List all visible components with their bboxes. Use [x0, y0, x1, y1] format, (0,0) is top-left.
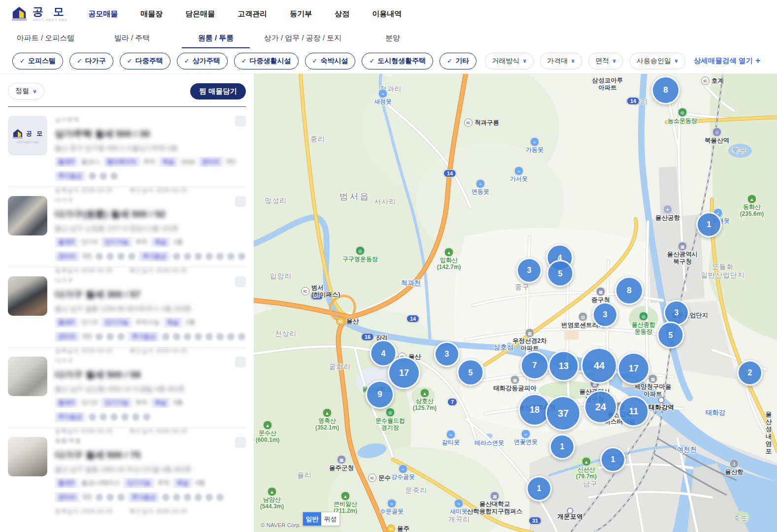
map-poi-label-태화강동굴피아: 태화강동굴피아	[493, 385, 537, 392]
listing-checkbox[interactable]	[235, 196, 246, 207]
nav-item-공모매물[interactable]: 공모매물	[88, 9, 118, 19]
map-cluster-marker[interactable]: 3	[434, 341, 460, 367]
listing-panel: 정렬 ∨ 찜 매물담기 공 모대한민국 공동중개 매물장상가주택상가주택 월세 …	[0, 74, 254, 532]
map-cluster-marker[interactable]: 2	[737, 360, 763, 386]
map-canvas[interactable]: 척과리중리매곡리망성리범서읍서사리입암리천상리굴화리율리문죽리개곡리남구북구중구…	[254, 74, 777, 532]
listing-checkbox[interactable]	[235, 116, 246, 127]
map-poi-label-울주군청: 울주군청	[329, 465, 354, 472]
map-label-망성리: 망성리	[265, 197, 287, 205]
listing-option-icon	[110, 413, 118, 421]
map-label-북구: 북구	[732, 146, 746, 155]
filter-chip-숙박시설[interactable]: ✓숙박시설	[305, 53, 356, 69]
map-cluster-marker[interactable]: 11	[618, 396, 649, 427]
filter-chip-기타[interactable]: ✓기타	[439, 53, 476, 69]
advanced-search-label: 상세매물검색 열기	[694, 56, 753, 66]
tab-원룸 / 투룸[interactable]: 원룸 / 투룸	[173, 28, 259, 48]
nav-item-고객관리[interactable]: 고객관리	[237, 9, 267, 19]
tab-상가 / 업무 / 공장 / 토지[interactable]: 상가 / 업무 / 공장 / 토지	[259, 28, 347, 48]
listing-card[interactable]: 공 모대한민국 공동중개 매물장상가주택상가주택 월세 500 / 30울산 중…	[0, 107, 254, 187]
tab-아파트 / 오피스텔[interactable]: 아파트 / 오피스텔	[0, 28, 91, 48]
map-label-범서읍: 범서읍	[339, 192, 371, 202]
listing-checkbox[interactable]	[235, 357, 246, 367]
map-cluster-marker[interactable]: 1	[600, 447, 626, 472]
listing-checkbox[interactable]	[235, 276, 246, 287]
layer-satellite-button[interactable]: 위성	[321, 512, 339, 526]
filter-chip-다중주택[interactable]: ✓다중주택	[120, 53, 170, 69]
listing-tag-text: 5만	[83, 252, 92, 261]
map-cluster-marker[interactable]: 37	[545, 396, 581, 431]
listing-checkbox[interactable]	[235, 437, 246, 448]
listing-tag-chip: 추가옵션	[128, 332, 159, 342]
filter-chip-다중생활시설[interactable]: ✓다중생활시설	[234, 53, 299, 69]
map-mountain-label-입화산: 입화산	[440, 257, 458, 264]
nav-item-매물장[interactable]: 매물장	[140, 9, 163, 19]
listing-tag-chip: 단기가능	[101, 237, 132, 247]
ic-badge: IC	[368, 474, 376, 482]
filter-dropdown-면적[interactable]: 면적∨	[588, 53, 623, 69]
map-cluster-marker[interactable]: 5	[547, 260, 574, 287]
filter-dropdown-가격대[interactable]: 가격대∨	[540, 53, 582, 69]
map-cluster-marker[interactable]: 24	[584, 390, 617, 424]
map-cluster-marker[interactable]: 3	[516, 258, 542, 283]
map-label-율리: 율리	[297, 471, 312, 479]
nav-item-담은매물[interactable]: 담은매물	[185, 9, 215, 19]
map-cluster-marker[interactable]: 1	[696, 212, 722, 237]
listing-card[interactable]: 다가구다가구 월세 500 / 58울산 남구 삼산동 1552-10 미광빌 …	[0, 348, 254, 428]
nav-item-상점[interactable]: 상점	[335, 9, 349, 19]
listing-tag-row: 월세O단기X단기가능주차욕실3층	[55, 398, 246, 408]
filter-dropdown-사용승인일[interactable]: 사용승인일∨	[630, 53, 685, 69]
interchange-범서: IC범서(하이패스)	[301, 284, 340, 299]
station-dot	[658, 397, 665, 403]
map-cluster-marker[interactable]: 9	[366, 380, 394, 409]
listing-option-icon	[238, 253, 245, 260]
map-poi-label-세양청구마을아파트: 세양청구마을 아파트	[635, 383, 672, 398]
jc-badge: JC	[336, 317, 344, 326]
listing-tag-chip: 욕실	[159, 157, 178, 167]
filter-dropdown-거래방식[interactable]: 거래방식∨	[485, 53, 534, 69]
logo-tagline: 대한민국 공동중개 매물장	[33, 18, 68, 21]
map-cluster-marker[interactable]: 8	[615, 276, 643, 305]
nav-item-등기부[interactable]: 등기부	[290, 9, 312, 19]
logo-house-icon	[11, 128, 24, 140]
filter-chip-도시형생활주택[interactable]: ✓도시형생활주택	[362, 53, 433, 69]
filter-chip-다가구[interactable]: ✓다가구	[69, 53, 113, 69]
map-label-울산성내염포: 울산성내 염포	[765, 411, 773, 455]
filter-chip-상가주택[interactable]: ✓상가주택	[177, 53, 228, 69]
filter-chip-오피스텔[interactable]: ✓오피스텔	[12, 53, 63, 69]
check-icon: ✓	[312, 57, 318, 65]
sort-dropdown[interactable]: 정렬 ∨	[8, 83, 44, 100]
tab-빌라 / 주택[interactable]: 빌라 / 주택	[91, 28, 173, 48]
nav-item-이용내역[interactable]: 이용내역	[372, 9, 402, 19]
map-layer-toggle[interactable]: 일반 위성	[303, 512, 340, 526]
plane-icon: ✈	[663, 205, 673, 214]
listing-option-icon	[89, 172, 96, 180]
logo-house-icon	[10, 5, 29, 22]
mountain-icon: ▲	[582, 457, 591, 466]
listing-card[interactable]: 원룸/투룸다가구 월세 500 / 75울산 남구 달동 1363-16 우신시…	[0, 428, 254, 508]
pond-icon: ≈	[378, 89, 388, 99]
listing-card[interactable]: 다가구다가구 월세 300 / 57울산 남구 달동 1234-56 해피하우스…	[0, 267, 254, 347]
listing-tag-chip: 엘리베이터	[103, 157, 140, 167]
map-cluster-marker[interactable]: 7	[520, 351, 549, 380]
map-cluster-marker[interactable]: 5	[657, 322, 684, 349]
tab-분양[interactable]: 분양	[347, 28, 439, 48]
listing-tag-chip: 욕실	[151, 237, 170, 247]
map-cluster-marker[interactable]: 13	[548, 351, 579, 382]
map-cluster-marker[interactable]: 3	[592, 302, 618, 328]
map-water-label-태화강: 태화강	[706, 409, 726, 417]
map-cluster-marker[interactable]: 1	[549, 434, 575, 460]
listing-photo	[8, 196, 47, 235]
favorite-collect-button[interactable]: 찜 매물담기	[190, 83, 246, 100]
advanced-search-link[interactable]: 상세매물검색 열기 +	[694, 56, 761, 66]
map-cluster-marker[interactable]: 1	[526, 476, 552, 501]
listing-card[interactable]: 다가구다가구(원룸) 월세 500 / 52울산 남구 신정동 1377-8 한…	[0, 187, 254, 267]
map-cluster-marker[interactable]: 44	[581, 347, 617, 384]
map-cluster-marker[interactable]: 8	[651, 76, 680, 104]
map-cluster-marker[interactable]: 17	[388, 357, 420, 389]
map-cluster-marker[interactable]: 17	[617, 352, 650, 385]
layer-normal-button[interactable]: 일반	[303, 512, 321, 526]
app-logo[interactable]: 공 모 대한민국 공동중개 매물장	[10, 5, 68, 22]
check-icon: ✓	[77, 57, 82, 65]
pond-icon: ≈	[446, 430, 456, 439]
map-cluster-marker[interactable]: 5	[457, 359, 484, 386]
